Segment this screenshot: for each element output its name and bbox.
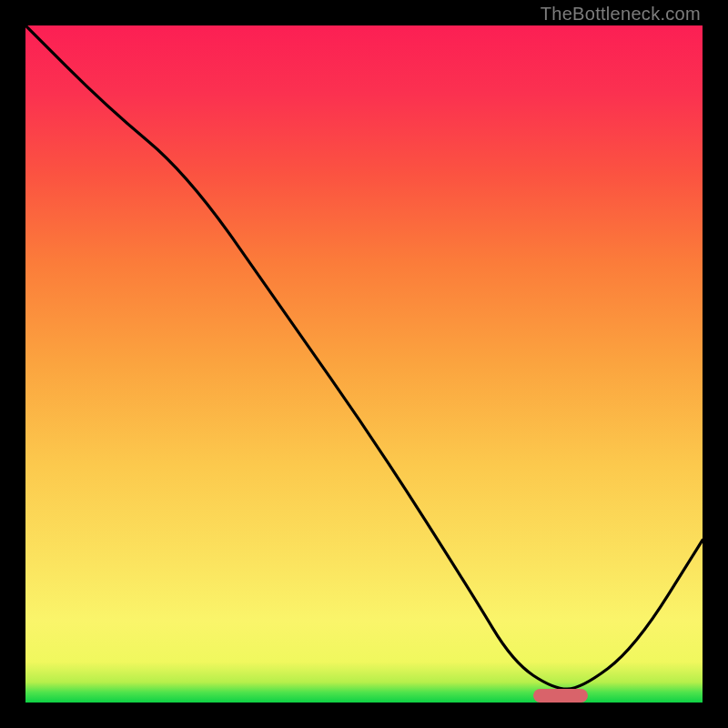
chart-frame: TheBottleneck.com (0, 0, 728, 728)
plot-area (25, 25, 703, 703)
optimal-range-marker (533, 689, 588, 703)
bottleneck-curve (25, 25, 703, 703)
watermark-text: TheBottleneck.com (541, 4, 701, 25)
